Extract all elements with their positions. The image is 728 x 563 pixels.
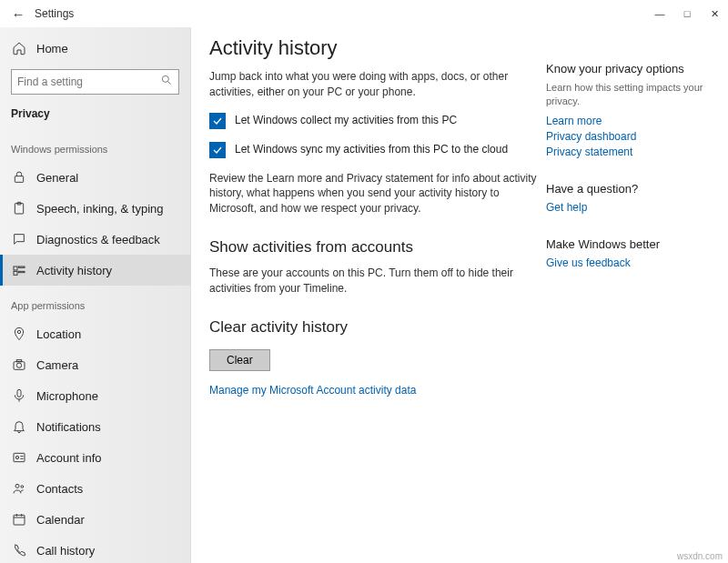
sidebar-item-speech[interactable]: Speech, inking, & typing [0,193,190,224]
sidebar-item-label: Camera [36,358,78,372]
aside-privacy-title: Know your privacy options [546,62,710,75]
watermark: wsxdn.com [677,551,723,561]
sidebar-item-microphone[interactable]: Microphone [0,380,190,411]
sidebar-item-location[interactable]: Location [0,318,190,349]
svg-line-1 [168,82,171,85]
lock-icon [11,169,27,186]
search-icon [160,74,173,90]
review-text: Review the Learn more and Privacy statem… [209,171,546,216]
clear-heading: Clear activity history [209,318,546,337]
sidebar-item-label: Home [36,42,68,55]
aside-privacy-desc: Learn how this setting impacts your priv… [546,81,710,109]
sidebar-item-general[interactable]: General [0,162,190,193]
checkbox-icon [209,142,226,158]
checkbox-collect-activities[interactable]: Let Windows collect my activities from t… [209,113,546,129]
link-feedback[interactable]: Give us feedback [546,256,710,269]
sidebar-group-windows-permissions: Windows permissions [0,129,190,162]
sidebar-item-call-history[interactable]: Call history [0,535,190,563]
sidebar-item-label: Diagnostics & feedback [36,233,160,246]
sidebar-item-diagnostics[interactable]: Diagnostics & feedback [0,224,190,255]
sidebar-item-label: Notifications [36,420,101,434]
search-input[interactable] [17,75,160,88]
bell-icon [11,418,27,435]
svg-rect-7 [14,271,17,275]
account-icon [11,449,27,466]
sidebar-item-label: Call history [36,544,95,558]
sidebar-item-label: Location [36,327,81,341]
location-icon [11,326,27,342]
checkbox-label: Let Windows collect my activities from t… [235,113,457,126]
svg-rect-8 [18,271,25,272]
accounts-desc: These are your accounts on this PC. Turn… [209,266,546,297]
feedback-icon [11,231,27,247]
content-pane: Activity history Jump back into what you… [209,36,546,563]
checkbox-label: Let Windows sync my activities from this… [235,142,508,156]
svg-point-20 [21,486,24,488]
aside-better-title: Make Windows better [546,237,710,251]
svg-rect-13 [17,389,21,397]
sidebar-item-label: Speech, inking, & typing [36,202,163,216]
sidebar-item-calendar[interactable]: Calendar [0,504,190,535]
microphone-icon [11,387,27,404]
contacts-icon [11,480,27,497]
clear-button[interactable]: Clear [209,349,270,371]
home-icon [11,40,27,56]
sidebar-item-camera[interactable]: Camera [0,349,190,380]
svg-point-0 [162,75,168,82]
link-privacy-dashboard[interactable]: Privacy dashboard [546,130,710,143]
svg-point-9 [17,330,20,333]
sidebar-item-label: Account info [36,451,102,465]
sidebar: Home Privacy Windows permissions General… [0,27,191,563]
svg-rect-12 [16,360,21,362]
svg-point-19 [15,484,19,488]
svg-point-16 [15,456,18,458]
aside-question-title: Have a question? [546,182,710,196]
link-privacy-statement[interactable]: Privacy statement [546,146,710,158]
sidebar-group-app-permissions: App permissions [0,286,190,318]
minimize-button[interactable]: — [646,0,673,27]
svg-rect-21 [14,515,25,525]
sidebar-item-account-info[interactable]: Account info [0,442,190,473]
window-title: Settings [35,7,74,20]
sidebar-section: Privacy [0,104,190,129]
sidebar-item-contacts[interactable]: Contacts [0,473,190,504]
accounts-heading: Show activities from accounts [209,238,546,256]
manage-account-link[interactable]: Manage my Microsoft Account activity dat… [209,384,546,397]
phone-icon [11,542,27,558]
history-icon [11,262,27,278]
sidebar-item-activity-history[interactable]: Activity history [0,255,190,286]
calendar-icon [11,511,27,528]
back-button[interactable]: ← [7,6,29,22]
sidebar-item-notifications[interactable]: Notifications [0,411,190,442]
svg-rect-5 [14,266,17,270]
sidebar-item-label: Activity history [36,264,112,277]
page-title: Activity history [209,36,546,60]
link-get-help[interactable]: Get help [546,201,710,214]
svg-rect-6 [18,266,25,267]
sidebar-item-label: Microphone [36,389,98,403]
camera-icon [11,357,27,373]
close-button[interactable]: ✕ [701,0,728,27]
maximize-button[interactable]: □ [673,0,701,27]
sidebar-item-label: General [36,171,78,185]
checkbox-sync-activities[interactable]: Let Windows sync my activities from this… [209,142,546,158]
svg-rect-2 [15,176,23,183]
sidebar-item-label: Contacts [36,482,83,496]
clipboard-icon [11,200,27,216]
sidebar-item-label: Calendar [36,513,85,527]
sidebar-item-home[interactable]: Home [0,35,190,62]
link-learn-more[interactable]: Learn more [546,115,710,127]
svg-point-11 [16,363,21,367]
aside-pane: Know your privacy options Learn how this… [546,36,710,563]
intro-text: Jump back into what you were doing with … [209,69,546,100]
search-box[interactable] [11,69,179,95]
checkbox-icon [209,113,226,129]
